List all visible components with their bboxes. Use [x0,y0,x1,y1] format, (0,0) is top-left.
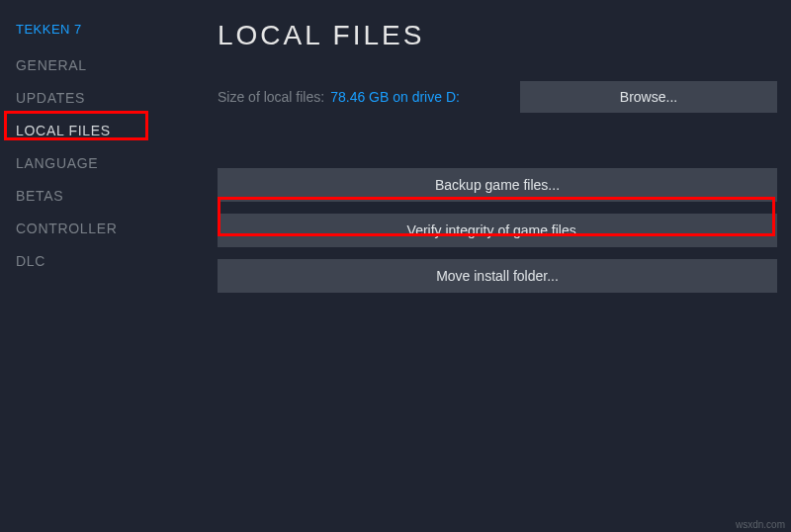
size-row: Size of local files: 78.46 GB on drive D… [218,81,777,113]
action-buttons: Backup game files... Verify integrity of… [218,168,777,293]
move-install-folder-button[interactable]: Move install folder... [218,259,777,293]
size-label: Size of local files: [218,89,324,105]
sidebar-item-local-files[interactable]: LOCAL FILES [16,121,111,140]
browse-button[interactable]: Browse... [520,81,777,113]
sidebar-item-updates[interactable]: UPDATES [16,88,85,108]
watermark: wsxdn.com [736,519,785,530]
sidebar-item-controller[interactable]: CONTROLLER [16,219,118,238]
sidebar-item-dlc[interactable]: DLC [16,251,45,271]
sidebar-item-betas[interactable]: BETAS [16,186,63,206]
page-title: LOCAL FILES [218,20,777,51]
sidebar: TEKKEN 7 GENERAL UPDATES LOCAL FILES LAN… [0,0,178,532]
sidebar-item-general[interactable]: GENERAL [16,55,87,75]
verify-integrity-button[interactable]: Verify integrity of game files... [218,214,777,247]
backup-game-files-button[interactable]: Backup game files... [218,168,777,202]
game-title: TEKKEN 7 [16,22,178,37]
main-content: LOCAL FILES Size of local files: 78.46 G… [178,0,791,532]
sidebar-item-language[interactable]: LANGUAGE [16,153,98,173]
size-value: 78.46 GB on drive D: [330,89,460,105]
